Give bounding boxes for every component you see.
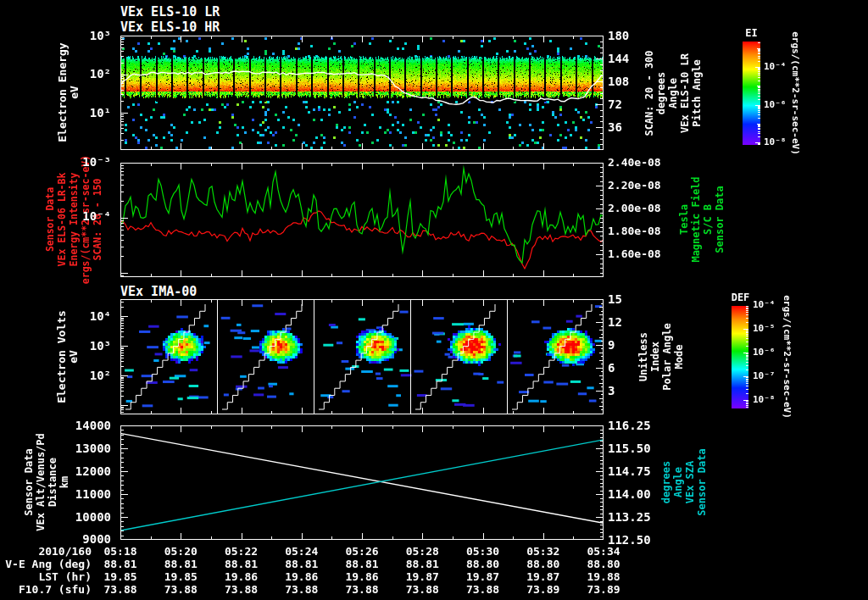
def-colorbar-title: DEF [726, 291, 754, 304]
tick-label: 113.25 [608, 510, 679, 524]
els-title-lr: VEx ELS-10 LR [120, 4, 220, 19]
colorbar-tick [746, 336, 748, 336]
time-label: 05:30 [453, 545, 513, 558]
colorbar-tick [758, 68, 760, 69]
colorbar-tick [746, 380, 748, 381]
bottom-value: 19.86 [211, 570, 271, 584]
colorbar-tick [758, 69, 760, 70]
time-label: 05:28 [392, 545, 453, 558]
tick-label: 9000 [40, 532, 111, 546]
tick-label: 10⁴ [40, 309, 111, 323]
tick-label: 10⁻⁴ [764, 60, 835, 74]
bottom-value: 19.88 [574, 570, 634, 584]
colorbar-tick [746, 312, 748, 313]
colorbar-tick [758, 108, 760, 108]
tick-label: 10⁻⁵ [753, 322, 824, 336]
colorbar-tick [746, 403, 748, 403]
colorbar-tick [758, 110, 760, 111]
bottom-value: 88.81 [151, 558, 211, 571]
colorbar-tick [746, 346, 748, 347]
sensor1-right-label-line: S/C B [702, 176, 714, 262]
colorbar-tick [746, 407, 748, 408]
tick-label: 114.75 [608, 464, 679, 478]
time-label: 05:20 [151, 545, 211, 558]
time-label: 05:24 [271, 545, 331, 558]
colorbar-tick [758, 114, 760, 115]
els-ylabel-line: eV [69, 42, 81, 142]
tick-label: 10³ [40, 339, 111, 353]
bottom-value: 19.85 [91, 570, 151, 584]
ima-ylabel-line: Electron Volts [56, 310, 68, 403]
colorbar-tick [758, 96, 760, 97]
bottom-value: 88.81 [91, 558, 151, 571]
bottom-value: 73.88 [211, 583, 271, 597]
row-label: F10.7 (sfu) [0, 583, 92, 597]
colorbar-tick [746, 356, 748, 357]
tick-label: 13000 [40, 442, 111, 455]
tick-label: 108 [608, 75, 679, 88]
tick-label: 2.00e-08 [608, 202, 679, 215]
ima-right-label-line: Polar Angle [661, 323, 673, 390]
tick-label: 1.80e-08 [608, 225, 679, 238]
colorbar-tick [746, 405, 748, 406]
colorbar-tick [746, 353, 748, 354]
bottom-value: 73.88 [151, 583, 211, 597]
tick-label: 10² [40, 369, 111, 382]
colorbar-tick [746, 358, 748, 358]
colorbar-tick [758, 125, 760, 126]
els-spectrogram-canvas [120, 36, 604, 150]
colorbar-tick [758, 143, 760, 144]
colorbar-tick [746, 330, 748, 331]
bottom-value: 73.88 [392, 583, 453, 597]
bottom-value: 88.81 [211, 558, 271, 571]
tick-label: 14000 [40, 419, 111, 432]
colorbar-tick [758, 81, 760, 81]
bottom-value: 88.81 [271, 558, 331, 571]
tick-label: 36 [608, 120, 679, 134]
colorbar-tick [758, 144, 760, 145]
bottom-value: 88.81 [332, 558, 392, 571]
bottom-value: 73.88 [91, 583, 151, 597]
bottom-value: 73.89 [513, 583, 573, 597]
colorbar-tick [758, 49, 760, 50]
colorbar-tick [746, 359, 748, 360]
colorbar-tick [758, 75, 760, 75]
colorbar-tick [746, 314, 748, 315]
colorbar-tick [746, 381, 748, 382]
tick-label: 10³ [40, 29, 111, 42]
colorbar-tick [758, 56, 760, 57]
colorbar-tick [758, 51, 760, 52]
time-label: 05:26 [332, 545, 392, 558]
bottom-value: 88.81 [392, 558, 453, 571]
ima-right-label-line: Index [649, 323, 661, 390]
colorbar-tick [746, 362, 748, 363]
colorbar-tick [746, 365, 748, 366]
tick-label: 9 [608, 338, 679, 352]
colorbar-tick [746, 377, 748, 378]
colorbar-tick [758, 58, 760, 58]
els-right-label-line: VEx ELS-10 LR [679, 50, 691, 136]
colorbar-tick [746, 369, 748, 370]
tick-label: 10² [40, 67, 111, 81]
tick-label: 115.50 [608, 442, 679, 455]
tick-label: 10⁻⁴ [753, 298, 824, 312]
colorbar-tick [758, 131, 760, 132]
tick-label: 10⁻⁶ [753, 346, 824, 359]
bottom-value: 19.87 [392, 570, 453, 584]
date-label: 2010/160 [0, 545, 92, 558]
tick-label: 10⁻⁶ [764, 98, 835, 112]
row-label: LST (hr) [0, 570, 92, 584]
colorbar-tick [746, 401, 748, 402]
colorbar-tick [758, 106, 760, 107]
ima-spectrogram-canvas [120, 299, 604, 414]
colorbar-tick [758, 61, 760, 62]
sensor2-right-label-line: Angle [672, 448, 684, 515]
colorbar-tick [746, 308, 748, 308]
tick-label: 114.00 [608, 487, 679, 501]
colorbar-tick [758, 125, 760, 125]
tick-label: 10⁻⁷ [753, 369, 824, 383]
time-label: 05:18 [91, 545, 151, 558]
colorbar-tick [758, 118, 760, 119]
colorbar-tick [746, 403, 748, 404]
tick-label: 144 [608, 52, 679, 65]
